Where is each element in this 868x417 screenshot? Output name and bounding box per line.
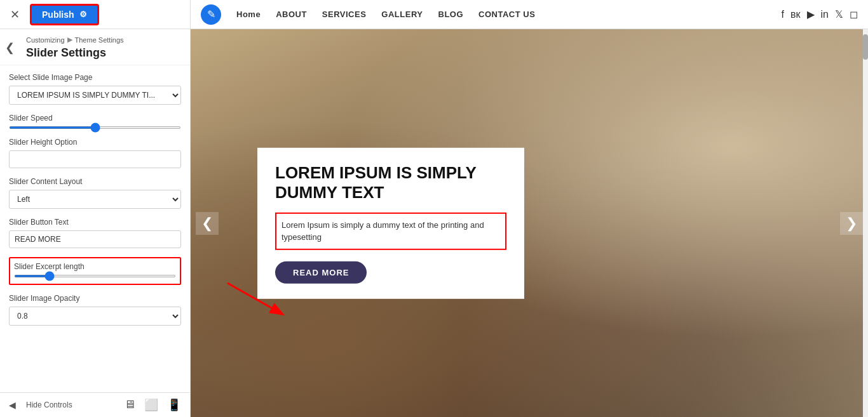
site-logo[interactable]: ✎ [201, 4, 221, 25]
next-arrow-icon: ❯ [846, 215, 857, 232]
nav-blog[interactable]: BLOG [438, 10, 464, 19]
vk-icon[interactable]: вк [790, 9, 801, 20]
preview-area: ❮ LOREM IPSUM IS SIMPLY DUMMY TEXT Lorem… [191, 29, 868, 417]
breadcrumb-sub: Theme Settings [75, 36, 124, 44]
facebook-icon[interactable]: f [782, 9, 784, 20]
nav-contact[interactable]: CONTACT US [478, 10, 535, 19]
right-scrollbar-thumb[interactable] [863, 34, 868, 60]
slider-next-button[interactable]: ❯ [840, 212, 863, 235]
prev-arrow-icon: ❮ [201, 215, 213, 232]
field-excerpt-length: Slider Excerpt length [9, 257, 181, 285]
field-content-layout: Slider Content Layout Left Center Right [9, 177, 181, 209]
tablet-icon[interactable]: ⬜ [144, 398, 158, 412]
slide-image-label: Select Slide Image Page [9, 73, 181, 82]
hide-controls-label: Hide Controls [26, 400, 72, 409]
slider-prev-button[interactable]: ❮ [196, 212, 219, 235]
slide-image-select[interactable]: LOREM IPSUM IS SIMPLY DUMMY TI... [9, 86, 181, 105]
card-read-more-button[interactable]: READ MORE [275, 261, 367, 284]
top-bar-left: ✕ Publish ⚙ [0, 0, 191, 29]
panel-title: Slider Settings [26, 46, 124, 60]
slider-height-input[interactable] [9, 150, 181, 168]
back-button[interactable]: ❮ [0, 38, 20, 57]
image-opacity-label: Slider Image Opacity [9, 294, 181, 303]
slider-height-label: Slider Height Option [9, 138, 181, 147]
desktop-icon[interactable]: 🖥 [124, 398, 135, 412]
nav-about[interactable]: ABOUT [276, 10, 307, 19]
field-slide-image: Select Slide Image Page LOREM IPSUM IS S… [9, 73, 181, 105]
field-image-opacity: Slider Image Opacity 0.8 0.5 1.0 [9, 294, 181, 326]
hide-controls-button[interactable]: Hide Controls [26, 400, 72, 409]
panel-scroll-area[interactable]: Select Slide Image Page LOREM IPSUM IS S… [0, 65, 190, 392]
publish-label: Publish [42, 10, 74, 20]
gear-icon: ⚙ [79, 10, 87, 19]
slider-excerpt-container [14, 275, 176, 277]
publish-button[interactable]: Publish ⚙ [30, 4, 99, 25]
button-text-label: Slider Button Text [9, 218, 181, 227]
content-card: LOREM IPSUM IS SIMPLY DUMMY TEXT Lorem I… [257, 147, 524, 298]
nav-home[interactable]: Home [236, 10, 261, 19]
close-button[interactable]: ✕ [5, 5, 25, 24]
breadcrumb-home: Customizing [26, 36, 65, 44]
panel-header: ❮ Customizing ▶ Theme Settings Slider Se… [0, 29, 190, 65]
slider-excerpt-input[interactable] [14, 275, 176, 277]
nav-gallery[interactable]: GALLERY [381, 10, 423, 19]
field-slider-speed: Slider Speed [9, 114, 181, 129]
right-scrollbar [863, 29, 868, 417]
card-title: LOREM IPSUM IS SIMPLY DUMMY TEXT [275, 162, 506, 202]
panel-bottom-bar: ◀ Hide Controls 🖥 ⬜ 📱 [0, 392, 190, 417]
main-layout: ❮ Customizing ▶ Theme Settings Slider Se… [0, 29, 868, 417]
top-bar: ✕ Publish ⚙ ✎ Home ABOUT SERVICES GALLER… [0, 0, 868, 29]
nav-services[interactable]: SERVICES [322, 10, 367, 19]
mobile-icon[interactable]: 📱 [167, 398, 181, 412]
slider-speed-input[interactable] [9, 126, 181, 129]
nav-bar: ✎ Home ABOUT SERVICES GALLERY BLOG CONTA… [191, 0, 868, 29]
slider-speed-container [9, 126, 181, 129]
excerpt-length-label: Slider Excerpt length [14, 262, 176, 271]
button-text-input[interactable] [9, 230, 181, 248]
field-button-text: Slider Button Text [9, 218, 181, 248]
card-excerpt: Lorem Ipsum is simply a dummy text of th… [275, 213, 506, 250]
left-panel: ❮ Customizing ▶ Theme Settings Slider Se… [0, 29, 191, 417]
linkedin-icon[interactable]: in [821, 9, 829, 20]
twitter-icon[interactable]: 𝕏 [835, 8, 843, 20]
breadcrumb-separator: ▶ [67, 36, 72, 44]
instagram-icon[interactable]: ◻ [850, 8, 858, 20]
bottom-icons: 🖥 ⬜ 📱 [124, 398, 181, 412]
social-links: f вк ▶ in 𝕏 ◻ [782, 8, 858, 20]
slider-speed-label: Slider Speed [9, 114, 181, 122]
content-layout-label: Slider Content Layout [9, 177, 181, 186]
hide-icon: ◀ [9, 400, 16, 410]
image-opacity-select[interactable]: 0.8 0.5 1.0 [9, 307, 181, 326]
field-slider-height: Slider Height Option [9, 138, 181, 168]
youtube-icon[interactable]: ▶ [807, 8, 815, 20]
breadcrumb: Customizing ▶ Theme Settings [26, 36, 124, 44]
panel-header-inner: Customizing ▶ Theme Settings Slider Sett… [20, 36, 124, 60]
content-layout-select[interactable]: Left Center Right [9, 190, 181, 209]
